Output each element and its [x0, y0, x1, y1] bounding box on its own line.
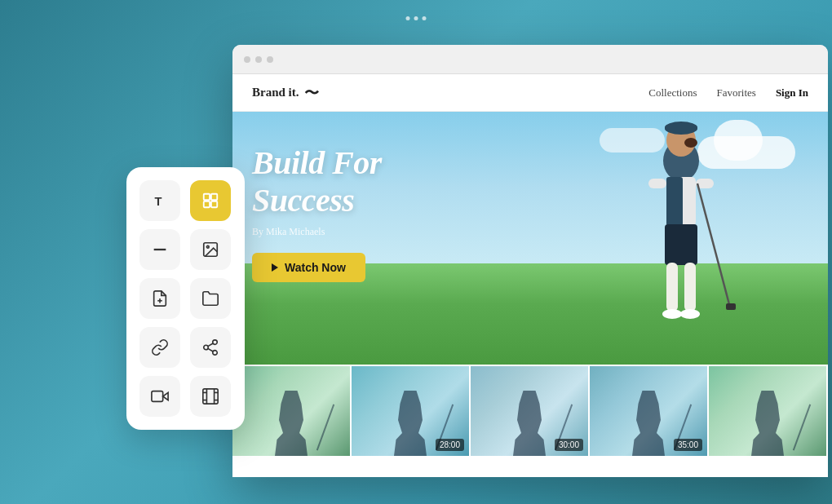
hero-title-line1: Build For — [252, 144, 382, 181]
svg-rect-33 — [202, 389, 217, 404]
website-content: Brand it. 〜 Collections Favorites Sign I… — [232, 74, 828, 477]
svg-rect-18 — [210, 194, 216, 200]
minus-tool-button[interactable] — [139, 229, 180, 270]
browser-chrome — [232, 45, 828, 74]
nav-signin[interactable]: Sign In — [776, 86, 808, 99]
hero-content: Build For Success By Mika Michaels Watch… — [252, 144, 382, 282]
thumbnail-2[interactable]: 28:00 — [352, 366, 471, 456]
nav-bar: Brand it. 〜 Collections Favorites Sign I… — [232, 74, 828, 112]
thumb-club-5 — [793, 404, 811, 450]
play-icon — [272, 263, 278, 272]
svg-point-13 — [680, 309, 700, 319]
nav-favorites[interactable]: Favorites — [716, 86, 755, 99]
svg-marker-31 — [163, 392, 168, 400]
svg-point-4 — [684, 138, 697, 148]
thumb-golfer-3 — [509, 391, 550, 456]
browser-dot-green — [267, 56, 273, 63]
text-tool-button[interactable]: T — [139, 180, 180, 221]
svg-rect-32 — [152, 391, 163, 402]
thumbnail-3[interactable]: 30:00 — [471, 366, 590, 456]
svg-rect-6 — [666, 177, 683, 226]
watch-now-label: Watch Now — [285, 261, 346, 274]
file-tool-button[interactable] — [139, 278, 180, 319]
svg-rect-20 — [210, 201, 216, 207]
thumb-club-1 — [316, 404, 334, 450]
hero-title-line2: Success — [252, 182, 354, 219]
brand-name: Brand it. — [252, 86, 299, 99]
browser-window: Brand it. 〜 Collections Favorites Sign I… — [232, 45, 828, 477]
svg-rect-11 — [684, 263, 696, 312]
svg-rect-10 — [666, 263, 678, 312]
browser-dot-red — [244, 56, 250, 63]
grid-tool-button[interactable] — [190, 376, 231, 417]
thumb-duration-3: 30:00 — [555, 439, 583, 451]
brand-logo: Brand it. 〜 — [252, 83, 648, 103]
svg-point-27 — [203, 345, 208, 350]
image-tool-button[interactable] — [190, 229, 231, 270]
browser-dot-yellow — [255, 56, 262, 63]
thumbnail-1[interactable] — [232, 366, 352, 456]
brand-squiggle: 〜 — [304, 83, 319, 103]
thumbnails-row: 28:00 30:00 35:00 — [232, 365, 828, 456]
hero-section: Build For Success By Mika Michaels Watch… — [232, 112, 828, 365]
thumb-duration-2: 28:00 — [436, 439, 464, 451]
dot-3 — [423, 16, 427, 20]
svg-rect-7 — [648, 179, 666, 188]
hero-author: By Mika Michaels — [252, 226, 382, 238]
svg-rect-17 — [203, 194, 209, 200]
folder-tool-button[interactable] — [190, 278, 231, 319]
thumb-golfer-1 — [271, 391, 312, 456]
dot-1 — [406, 16, 410, 20]
svg-rect-9 — [665, 224, 697, 265]
window-dots — [406, 16, 427, 20]
svg-point-26 — [212, 340, 217, 345]
thumbnail-5[interactable] — [709, 366, 828, 456]
nav-collections[interactable]: Collections — [648, 86, 697, 99]
crop-tool-button[interactable] — [190, 180, 231, 221]
thumb-golfer-5 — [747, 391, 788, 456]
svg-point-23 — [206, 245, 209, 248]
svg-point-12 — [662, 309, 682, 319]
video-tool-button[interactable] — [139, 376, 180, 417]
svg-text:T: T — [155, 195, 162, 208]
thumbnail-4[interactable]: 35:00 — [590, 366, 709, 456]
share-tool-button[interactable] — [190, 327, 231, 368]
hero-title: Build For Success — [252, 144, 382, 219]
svg-line-30 — [207, 343, 212, 347]
svg-line-14 — [697, 183, 730, 307]
svg-rect-15 — [726, 303, 736, 310]
link-tool-button[interactable] — [139, 327, 180, 368]
nav-links: Collections Favorites Sign In — [648, 86, 808, 99]
thumb-golfer-2 — [390, 391, 431, 456]
thumb-duration-4: 35:00 — [674, 439, 702, 451]
svg-rect-19 — [203, 201, 209, 207]
toolbar-panel: T — [126, 167, 245, 430]
svg-line-29 — [207, 348, 212, 351]
svg-rect-3 — [665, 125, 697, 131]
watch-now-button[interactable]: Watch Now — [252, 253, 365, 282]
thumb-golfer-4 — [628, 391, 669, 456]
dot-2 — [414, 16, 418, 20]
svg-point-28 — [212, 351, 217, 356]
hero-golfer — [600, 120, 763, 365]
